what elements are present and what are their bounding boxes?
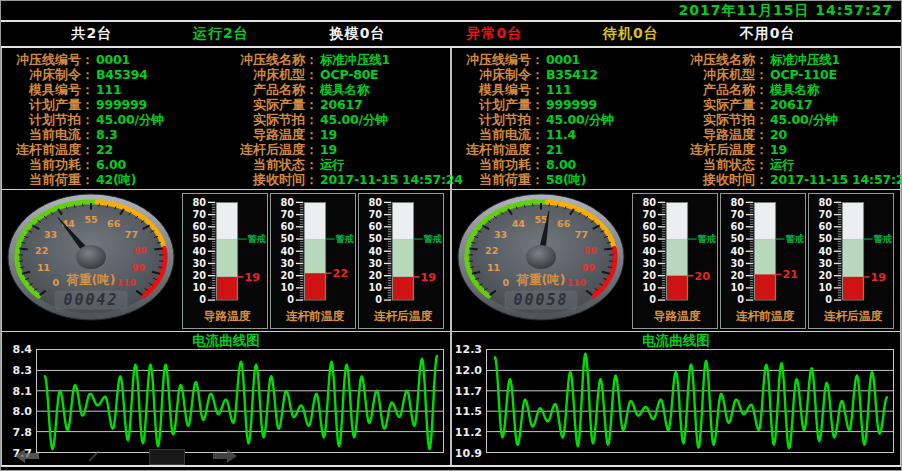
info-row: 当前状态：运行 bbox=[226, 158, 450, 172]
gauge-tick-label: 88 bbox=[134, 245, 148, 256]
status-running: 运行2台 bbox=[193, 25, 249, 43]
gauge-tick-label: 66 bbox=[557, 217, 571, 228]
info-value: 111 bbox=[544, 83, 572, 97]
thermometer-1: 80706050403020100警戒19导路温度 bbox=[182, 193, 268, 329]
thermo-scale-label: 10 bbox=[192, 282, 206, 293]
info-row: 连杆后温度：19 bbox=[676, 143, 900, 157]
chart-body: 12.312.011.711.511.210.9 bbox=[452, 349, 900, 453]
gauge-row: 0112233445566778899110荷重(吨)0005880706050… bbox=[452, 190, 900, 332]
chart-title: 电流曲线图 bbox=[2, 332, 450, 349]
info-value: 45.00/分钟 bbox=[94, 113, 164, 127]
info-label: 冲床制令： bbox=[452, 68, 544, 82]
gauge-row: 0112233445566778899110荷重(吨)0004280706050… bbox=[2, 190, 450, 332]
gauge-tick-label: 110 bbox=[116, 277, 136, 288]
panels-container: 冲压线编号：0001冲床制令：B45394模具编号：111计划产量：999999… bbox=[1, 48, 901, 465]
thermo-scale-label: 10 bbox=[818, 282, 832, 293]
press-panel-1: 冲压线编号：0001冲床制令：B45394模具编号：111计划产量：999999… bbox=[1, 48, 451, 465]
thermo-fill bbox=[393, 276, 413, 299]
info-value: 20617 bbox=[318, 98, 363, 112]
info-row: 冲床机型：OCP-80E bbox=[226, 68, 450, 82]
thermo-scale-label: 50 bbox=[818, 233, 832, 244]
thermometer-2: 80706050403020100警戒21连杆前温度 bbox=[720, 193, 806, 329]
gauge-tick bbox=[154, 248, 162, 249]
info-value: 19 bbox=[318, 128, 337, 142]
info-value: B35412 bbox=[544, 68, 598, 82]
back-arrow-icon[interactable] bbox=[15, 449, 39, 463]
gauge-tick-label: 77 bbox=[125, 229, 138, 240]
thermometer-2: 80706050403020100警戒22连杆前温度 bbox=[270, 193, 356, 329]
info-value: 45.00/分钟 bbox=[318, 113, 388, 127]
info-row: 模具编号：111 bbox=[452, 83, 676, 97]
info-row: 产品名称：模具名称 bbox=[226, 83, 450, 97]
info-value: B45394 bbox=[94, 68, 148, 82]
waveform-line bbox=[495, 354, 887, 449]
info-label: 连杆前温度： bbox=[452, 143, 544, 157]
thermo-scale-label: 80 bbox=[192, 196, 206, 207]
info-row: 产品名称：模具名称 bbox=[676, 83, 900, 97]
info-row: 当前功耗：6.00 bbox=[2, 158, 226, 172]
thermo-fill bbox=[755, 274, 775, 300]
info-value: 2017-11-15 14:57:24 bbox=[768, 173, 902, 187]
thermo-scale-label: 70 bbox=[642, 209, 656, 220]
info-value: 运行 bbox=[768, 158, 795, 172]
info-row: 连杆前温度：22 bbox=[2, 143, 226, 157]
info-row: 当前功耗：8.00 bbox=[452, 158, 676, 172]
thermo-value: 19 bbox=[421, 270, 437, 283]
info-value: 20 bbox=[768, 128, 787, 142]
gauge-tick-label: 22 bbox=[485, 245, 498, 256]
press-panel-2: 冲压线编号：0001冲床制令：B35412模具编号：111计划产量：999999… bbox=[451, 48, 901, 465]
forward-arrow-icon[interactable] bbox=[213, 449, 237, 463]
gauge-tick bbox=[19, 248, 27, 249]
thermo-scale-label: 50 bbox=[368, 233, 382, 244]
info-col-left: 冲压线编号：0001冲床制令：B45394模具编号：111计划产量：999999… bbox=[2, 51, 226, 189]
gauge-tick-label: 33 bbox=[494, 229, 507, 240]
info-label: 当前电流： bbox=[452, 128, 544, 142]
gauge-tick bbox=[469, 248, 477, 249]
gauge-unit-label: 荷重(吨) bbox=[66, 272, 116, 287]
info-label: 接收时间： bbox=[676, 173, 768, 187]
current-waveform bbox=[487, 350, 893, 452]
thermo-scale-label: 30 bbox=[280, 257, 294, 268]
gauge-tick bbox=[99, 203, 100, 206]
info-value: 8.00 bbox=[544, 158, 576, 172]
info-row: 冲压线名称：标准冲压线1 bbox=[226, 53, 450, 67]
thermo-scale-label: 30 bbox=[642, 257, 656, 268]
info-label: 接收时间： bbox=[226, 173, 318, 187]
gauge-tick-label: 88 bbox=[584, 245, 598, 256]
y-tick-label: 8.1 bbox=[13, 384, 33, 397]
load-gauge-dial: 0112233445566778899110荷重(吨)00058 bbox=[452, 191, 630, 331]
gauge-tick bbox=[20, 266, 24, 267]
thermo-scale-label: 60 bbox=[642, 221, 656, 232]
status-abnormal: 异常0台 bbox=[466, 25, 522, 43]
info-label: 冲压线名称： bbox=[226, 53, 318, 67]
gauge-tick-label: 99 bbox=[132, 262, 145, 273]
info-label: 当前荷重： bbox=[452, 173, 544, 187]
pen-icon[interactable] bbox=[87, 449, 101, 463]
thermo-scale-label: 20 bbox=[818, 270, 832, 281]
info-value: 模具名称 bbox=[768, 83, 819, 97]
waveform-line bbox=[45, 356, 437, 449]
press-monitor-screen: 2017年11月15日 14:57:27 共2台运行2台换模0台异常0台待机0台… bbox=[0, 0, 902, 471]
info-col-right: 冲压线名称：标准冲压线1冲床机型：OCP-80E产品名称：模具名称实际产量：20… bbox=[226, 51, 450, 189]
home-button[interactable] bbox=[149, 449, 185, 465]
thermo-scale-label: 80 bbox=[280, 196, 294, 207]
y-tick-label: 11.2 bbox=[455, 426, 482, 439]
thermo-scale-label: 80 bbox=[368, 196, 382, 207]
info-row: 当前电流：8.3 bbox=[2, 128, 226, 142]
thermo-fill bbox=[217, 276, 237, 299]
thermo-scale-label: 0 bbox=[825, 294, 832, 305]
info-value: 标准冲压线1 bbox=[768, 53, 840, 67]
thermo-scale-label: 70 bbox=[368, 209, 382, 220]
info-value: 20617 bbox=[768, 98, 813, 112]
info-value: 11.4 bbox=[544, 128, 576, 142]
info-label: 实际产量： bbox=[676, 98, 768, 112]
thermo-scale-label: 40 bbox=[368, 245, 382, 256]
thermo-scale-label: 10 bbox=[280, 282, 294, 293]
info-row: 当前荷重：42(吨) bbox=[2, 173, 226, 187]
thermo-value: 19 bbox=[245, 270, 261, 283]
thermo-scale-label: 40 bbox=[280, 245, 294, 256]
chart-title: 电流曲线图 bbox=[452, 332, 900, 349]
y-tick-label: 12.0 bbox=[455, 363, 482, 376]
y-axis-labels: 12.312.011.711.511.210.9 bbox=[452, 349, 486, 453]
info-row: 导路温度：20 bbox=[676, 128, 900, 142]
